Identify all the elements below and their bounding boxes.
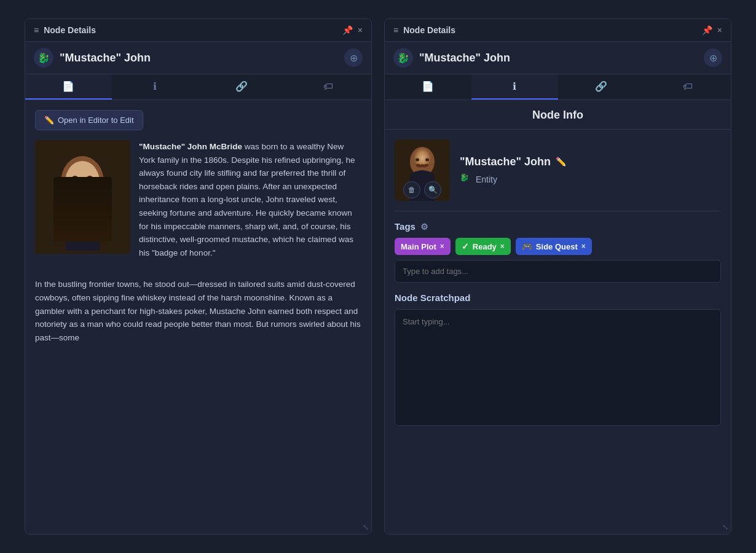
portrait-image <box>35 140 130 254</box>
tab-info[interactable]: ℹ <box>112 74 199 100</box>
right-panel: ≡ Node Details 📌 × 🐉 "Mustache" John ⊕ 📄… <box>384 18 731 535</box>
ready-check-icon: ✓ <box>462 241 469 251</box>
pin-icon[interactable]: 📌 <box>342 25 353 35</box>
node-type: 🐉 Entity <box>460 173 721 186</box>
open-editor-label: Open in Editor to Edit <box>58 116 134 125</box>
right-tab-document[interactable]: 📄 <box>385 74 471 100</box>
svg-point-2 <box>65 161 100 203</box>
tags-label: Tags <box>395 221 415 232</box>
tags-settings-icon[interactable]: ⚙ <box>420 222 428 232</box>
scratchpad-textarea[interactable] <box>395 309 721 426</box>
right-node-logo: 🐉 <box>393 48 413 68</box>
node-title-bar: 🐉 "Mustache" John ⊕ <box>25 42 371 74</box>
scratchpad-section: Node Scratchpad <box>395 292 721 428</box>
svg-point-10 <box>425 159 429 162</box>
right-close-button[interactable]: × <box>717 25 722 35</box>
left-panel-title: Node Details <box>44 25 337 35</box>
ready-remove[interactable]: × <box>500 242 505 251</box>
right-tabs: 📄 ℹ 🔗 🏷 <box>385 74 731 100</box>
search-portrait-button[interactable]: 🔍 <box>424 181 441 198</box>
scratchpad-title: Node Scratchpad <box>395 292 721 303</box>
node-profile-info: "Mustache" John ✏️ 🐉 Entity <box>460 155 721 186</box>
body-text-part2: In the bustling frontier towns, he stood… <box>35 278 361 344</box>
body-text-part1: was born to a wealthy New York family in… <box>139 142 355 257</box>
edit-name-icon[interactable]: ✏️ <box>556 157 566 167</box>
ready-label: Ready <box>473 242 497 251</box>
node-name: "Mustache" John <box>60 52 338 65</box>
close-button[interactable]: × <box>358 25 363 35</box>
body-text: "Mustache" John McBride was born to a we… <box>139 140 361 268</box>
side-quest-remove[interactable]: × <box>581 242 586 251</box>
right-tab-link[interactable]: 🔗 <box>558 74 645 100</box>
node-info-title: Node Info <box>385 100 731 130</box>
svg-rect-5 <box>66 205 100 251</box>
entity-logo: 🐉 <box>460 173 472 186</box>
open-editor-button[interactable]: ✏️ Open in Editor to Edit <box>35 110 143 130</box>
node-profile: 🗑 🔍 "Mustache" John ✏️ 🐉 Entity <box>395 139 721 211</box>
menu-icon: ≡ <box>34 25 39 35</box>
svg-point-4 <box>87 176 93 181</box>
right-menu-icon: ≡ <box>393 25 398 35</box>
node-profile-name: "Mustache" John ✏️ <box>460 155 721 168</box>
right-target-icon[interactable]: ⊕ <box>704 49 722 67</box>
main-plot-remove[interactable]: × <box>440 242 444 251</box>
right-tab-tag[interactable]: 🏷 <box>644 74 731 100</box>
tags-header: Tags ⚙ <box>395 221 721 232</box>
target-icon[interactable]: ⊕ <box>344 49 363 67</box>
right-node-name: "Mustache" John <box>419 52 698 65</box>
tag-ready: ✓ Ready × <box>455 238 511 255</box>
node-info-content: 🗑 🔍 "Mustache" John ✏️ 🐉 Entity Tags ⚙ <box>385 130 731 438</box>
side-quest-icon: 🎮 <box>522 241 532 251</box>
right-pin-icon[interactable]: 📌 <box>702 25 712 35</box>
profile-name-text: "Mustache" John <box>460 155 551 168</box>
left-panel-content: ✏️ Open in Editor to Edit <box>25 100 371 534</box>
tags-list: Main Plot × ✓ Ready × 🎮 Side Quest × <box>395 238 721 255</box>
tab-link[interactable]: 🔗 <box>199 74 285 100</box>
right-tab-info[interactable]: ℹ <box>471 74 558 100</box>
left-panel: ≡ Node Details 📌 × 🐉 "Mustache" John ⊕ 📄… <box>25 18 372 535</box>
right-panel-header: ≡ Node Details 📌 × <box>385 19 731 42</box>
svg-point-9 <box>415 159 419 162</box>
tags-section: Tags ⚙ Main Plot × ✓ Ready × 🎮 Side Ques… <box>395 221 721 283</box>
content-layout: "Mustache" John McBride was born to a we… <box>35 140 361 268</box>
tag-main-plot: Main Plot × <box>395 238 451 255</box>
entity-type-label: Entity <box>476 175 497 184</box>
right-node-title-bar: 🐉 "Mustache" John ⊕ <box>385 42 731 74</box>
node-logo: 🐉 <box>34 48 53 68</box>
tab-tag[interactable]: 🏷 <box>285 74 371 100</box>
tags-input[interactable] <box>395 260 721 283</box>
tab-document[interactable]: 📄 <box>25 74 112 100</box>
left-panel-header: ≡ Node Details 📌 × <box>25 19 371 42</box>
svg-rect-6 <box>65 202 101 208</box>
node-portrait-small: 🗑 🔍 <box>395 139 450 201</box>
left-tabs: 📄 ℹ 🔗 🏷 <box>25 74 371 100</box>
body-bold-name: "Mustache" John McBride <box>139 142 242 151</box>
right-panel-title: Node Details <box>403 25 697 35</box>
side-quest-label: Side Quest <box>536 242 578 251</box>
portrait-actions: 🗑 🔍 <box>395 181 450 198</box>
edit-icon-small: ✏️ <box>44 116 54 125</box>
main-plot-label: Main Plot <box>401 242 436 251</box>
svg-point-3 <box>72 176 78 181</box>
resize-handle[interactable]: ⤡ <box>363 523 369 531</box>
tag-side-quest: 🎮 Side Quest × <box>516 238 592 255</box>
delete-portrait-button[interactable]: 🗑 <box>403 181 420 198</box>
right-resize-handle[interactable]: ⤡ <box>722 523 728 531</box>
